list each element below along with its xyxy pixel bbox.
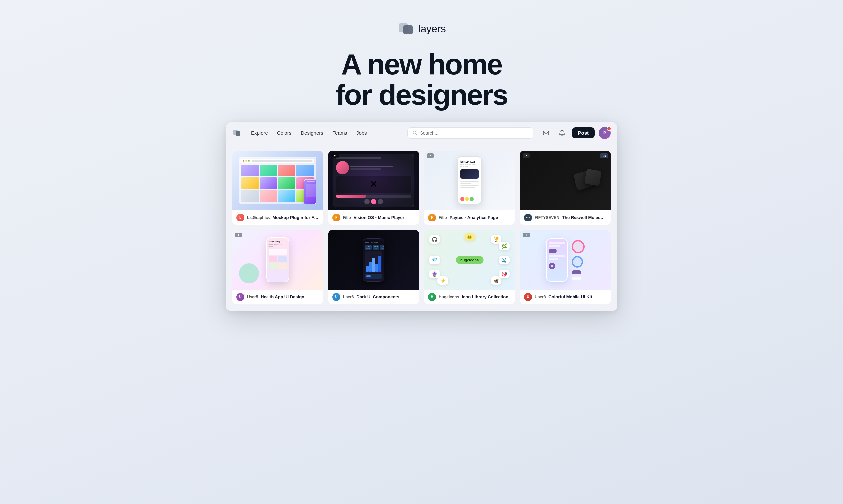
- card-1-avatar: L: [236, 214, 244, 221]
- svg-marker-11: [238, 234, 240, 236]
- card-4[interactable]: TowardFinal-GenSequencing F/S F/S FIFTYS…: [520, 150, 611, 225]
- card-3-subtitle-display: Order your first debit card below: [460, 163, 479, 167]
- hero-section: layers A new home for designers Explore …: [0, 0, 843, 324]
- card-4-author: FIFTYSEVEN: [535, 215, 559, 220]
- navbar: Explore Colors Designers Teams Jobs: [226, 122, 617, 144]
- card-8-title: Colorful Mobile UI Kit: [548, 294, 607, 300]
- nav-logo-icon[interactable]: [232, 128, 242, 138]
- card-5-author: User5: [247, 295, 258, 300]
- icon-chip-7: 🎯: [499, 270, 510, 278]
- mail-icon: [543, 130, 549, 136]
- card-2-footer: F Filip Vision OS - Music Player: [328, 210, 419, 225]
- card-3-footer: F Filip Paytee - Analytics Page: [424, 210, 515, 225]
- card-7[interactable]: hugeicons 🎧 🏆 🌿 🔮 ⚡ 🦋 🎯: [424, 230, 515, 304]
- app-window: Explore Colors Designers Teams Jobs: [226, 122, 617, 311]
- card-3-author: Filip: [439, 215, 447, 220]
- svg-point-7: [562, 135, 563, 136]
- icon-chip-9: 🌊: [499, 256, 510, 264]
- card-2-video-badge: [331, 153, 339, 158]
- logo-area: layers: [397, 20, 446, 37]
- nav-links: Explore Colors Designers Teams Jobs: [247, 128, 400, 138]
- card-5-video-badge: [235, 233, 242, 237]
- card-3-video-badge: [427, 153, 434, 158]
- mail-button[interactable]: [540, 127, 552, 139]
- post-button[interactable]: Post: [572, 127, 595, 138]
- icon-chip-8: 💎: [429, 256, 440, 264]
- card-6-author: User6: [343, 295, 354, 300]
- svg-marker-8: [334, 155, 336, 157]
- card-4-footer: F/S FIFTYSEVEN The Roswell Molecular Ele…: [520, 210, 611, 225]
- card-8-image: [520, 230, 611, 290]
- svg-rect-6: [543, 131, 549, 135]
- card-3-avatar: F: [428, 214, 436, 221]
- card-4-brand-badge: F/S: [600, 153, 608, 158]
- icon-chip-3: 🌿: [499, 242, 510, 250]
- logo-icon: [397, 20, 414, 37]
- card-6-image: Today Onboarder 182 Active 100: [328, 230, 419, 290]
- card-8[interactable]: U User8 Colorful Mobile UI Kit: [520, 230, 611, 304]
- card-7-title: Icon Library Collection: [462, 294, 511, 300]
- card-6[interactable]: Today Onboarder 182 Active 100: [328, 230, 419, 304]
- bell-icon: [558, 130, 565, 136]
- card-5-avatar: U: [236, 293, 244, 301]
- card-4-avatar: F/S: [524, 214, 532, 221]
- nav-link-designers[interactable]: Designers: [297, 128, 327, 138]
- card-5[interactable]: Stay healthy Good morning, Dr. Olivia: [232, 230, 323, 304]
- card-2-avatar: F: [332, 214, 340, 221]
- card-1-author: Ls.Graphics: [247, 215, 270, 220]
- card-8-video-badge: [523, 233, 530, 237]
- card-7-footer: H HugeIcons Icon Library Collection: [424, 290, 515, 304]
- search-icon: [412, 130, 417, 135]
- svg-marker-10: [526, 155, 527, 157]
- search-input[interactable]: [420, 130, 528, 136]
- card-8-author: User8: [535, 295, 546, 300]
- card-3-title: Paytee - Analytics Page: [450, 215, 511, 220]
- svg-rect-3: [236, 131, 240, 136]
- card-7-avatar: H: [428, 293, 436, 301]
- nav-link-jobs[interactable]: Jobs: [352, 128, 371, 138]
- nav-right: Post P 1: [540, 127, 611, 139]
- card-2[interactable]: ✕: [328, 150, 419, 225]
- card-2-author: Filip: [343, 215, 351, 220]
- svg-marker-9: [430, 155, 431, 157]
- card-5-title: Health App UI Design: [260, 294, 319, 300]
- card-1-image: [232, 150, 323, 210]
- cards-grid: L Ls.Graphics Mockup Plugin for Figma: [232, 150, 611, 304]
- card-7-image: hugeicons 🎧 🏆 🌿 🔮 ⚡ 🦋 🎯: [424, 230, 515, 290]
- card-4-video-badge: [523, 153, 530, 158]
- user-avatar[interactable]: P 1: [599, 127, 611, 139]
- card-7-badge: hugeicons: [456, 256, 483, 264]
- hero-title: A new home for designers: [336, 49, 507, 110]
- svg-rect-1: [403, 25, 413, 35]
- nav-link-explore[interactable]: Explore: [247, 128, 272, 138]
- icon-chip-10: 🐸: [464, 233, 475, 241]
- card-4-image: TowardFinal-GenSequencing F/S: [520, 150, 611, 210]
- search-bar[interactable]: [407, 127, 533, 139]
- logo-text: layers: [418, 22, 446, 35]
- card-7-icons-cluster: hugeicons 🎧 🏆 🌿 🔮 ⚡ 🦋 🎯: [424, 230, 515, 290]
- card-7-author: HugeIcons: [439, 295, 459, 300]
- content-area: L Ls.Graphics Mockup Plugin for Figma: [226, 144, 617, 311]
- avatar-notification-badge: 1: [607, 126, 611, 131]
- card-6-footer: U User6 Dark UI Components: [328, 290, 419, 304]
- card-3-amount-display: $64,244.23: [460, 160, 479, 163]
- card-2-title: Vision OS - Music Player: [354, 215, 415, 220]
- card-1-title: Mockup Plugin for Figma: [273, 215, 319, 220]
- card-5-footer: U User5 Health App UI Design: [232, 290, 323, 304]
- card-4-title: The Roswell Molecular Electr: [562, 215, 607, 220]
- svg-line-5: [415, 133, 417, 135]
- card-2-image: ✕: [328, 150, 419, 210]
- icon-chip-1: 🎧: [429, 235, 440, 244]
- card-6-title: Dark UI Components: [357, 294, 415, 300]
- nav-link-colors[interactable]: Colors: [273, 128, 295, 138]
- card-5-image: Stay healthy Good morning, Dr. Olivia: [232, 230, 323, 290]
- svg-marker-12: [526, 234, 527, 236]
- card-3[interactable]: $64,244.23 Order your first debit card b…: [424, 150, 515, 225]
- card-1-footer: L Ls.Graphics Mockup Plugin for Figma: [232, 210, 323, 225]
- card-8-footer: U User8 Colorful Mobile UI Kit: [520, 290, 611, 304]
- card-8-avatar: U: [524, 293, 532, 301]
- card-3-image: $64,244.23 Order your first debit card b…: [424, 150, 515, 210]
- nav-link-teams[interactable]: Teams: [329, 128, 351, 138]
- card-1[interactable]: L Ls.Graphics Mockup Plugin for Figma: [232, 150, 323, 225]
- bell-button[interactable]: [556, 127, 568, 139]
